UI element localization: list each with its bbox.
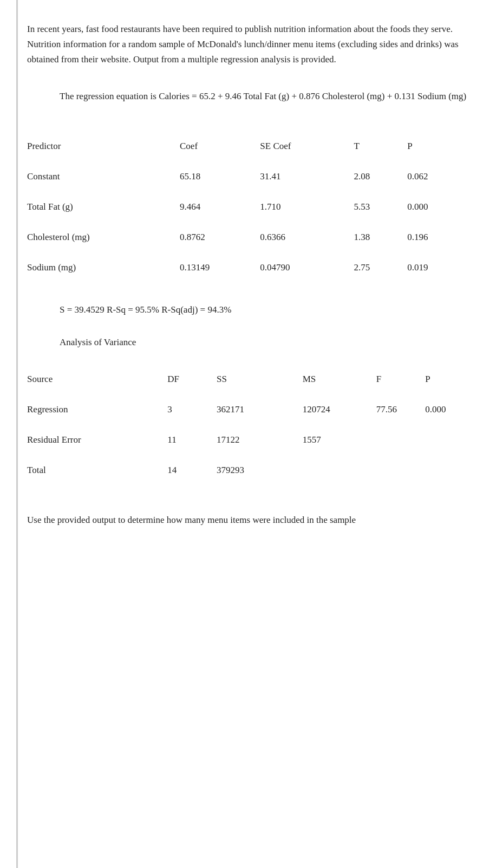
constant-t: 2.08 [348,161,402,192]
table-row: Total Fat (g) 9.464 1.710 5.53 0.000 [27,192,469,222]
total-fat-label: Total Fat (g) [27,192,174,222]
p-col-header-anova: P [420,364,469,394]
residual-error-df: 11 [162,425,211,455]
t-col-header: T [348,131,402,161]
table-row: Constant 65.18 31.41 2.08 0.062 [27,161,469,192]
ss-col-header: SS [211,364,297,394]
predictor-header-row: Predictor Coef SE Coef T P [27,131,469,161]
regression-equation: The regression equation is Calories = 65… [60,89,469,104]
residual-error-f [371,425,420,455]
footer-question: Use the provided output to determine how… [27,513,469,528]
sodium-t: 2.75 [348,252,402,283]
f-col-header: F [371,364,420,394]
cholesterol-se-coef: 0.6366 [254,222,348,252]
regression-ms: 120724 [297,394,371,425]
total-fat-t: 5.53 [348,192,402,222]
left-border-decoration [16,0,18,868]
residual-error-label: Residual Error [27,425,162,455]
total-fat-se-coef: 1.710 [254,192,348,222]
ms-col-header: MS [297,364,371,394]
intro-paragraph: In recent years, fast food restaurants h… [27,22,469,67]
anova-title: Analysis of Variance [60,337,469,348]
table-row: Sodium (mg) 0.13149 0.04790 2.75 0.019 [27,252,469,283]
anova-header-row: Source DF SS MS F P [27,364,469,394]
regression-df: 3 [162,394,211,425]
page: In recent years, fast food restaurants h… [0,0,496,868]
sodium-label: Sodium (mg) [27,252,174,283]
cholesterol-coef: 0.8762 [174,222,254,252]
constant-label: Constant [27,161,174,192]
regression-label: Regression [27,394,162,425]
regression-ss: 362171 [211,394,297,425]
table-row: Regression 3 362171 120724 77.56 0.000 [27,394,469,425]
total-fat-coef: 9.464 [174,192,254,222]
total-ms [297,455,371,485]
total-f [371,455,420,485]
table-row: Total 14 379293 [27,455,469,485]
constant-p: 0.062 [402,161,469,192]
sodium-coef: 0.13149 [174,252,254,283]
cholesterol-t: 1.38 [348,222,402,252]
anova-table: Source DF SS MS F P Regression 3 362171 … [27,364,469,485]
table-row: Residual Error 11 17122 1557 [27,425,469,455]
sodium-p: 0.019 [402,252,469,283]
cholesterol-p: 0.196 [402,222,469,252]
stats-line: S = 39.4529 R-Sq = 95.5% R-Sq(adj) = 94.… [60,305,469,315]
predictor-table: Predictor Coef SE Coef T P Constant 65.1… [27,131,469,283]
residual-error-p [420,425,469,455]
source-col-header: Source [27,364,162,394]
total-label: Total [27,455,162,485]
coef-col-header: Coef [174,131,254,161]
total-df: 14 [162,455,211,485]
residual-error-ss: 17122 [211,425,297,455]
df-col-header: DF [162,364,211,394]
se-coef-col-header: SE Coef [254,131,348,161]
constant-coef: 65.18 [174,161,254,192]
regression-f: 77.56 [371,394,420,425]
total-fat-p: 0.000 [402,192,469,222]
p-col-header: P [402,131,469,161]
residual-error-ms: 1557 [297,425,371,455]
total-p [420,455,469,485]
predictor-col-header: Predictor [27,131,174,161]
sodium-se-coef: 0.04790 [254,252,348,283]
cholesterol-label: Cholesterol (mg) [27,222,174,252]
regression-p: 0.000 [420,394,469,425]
table-row: Cholesterol (mg) 0.8762 0.6366 1.38 0.19… [27,222,469,252]
total-ss: 379293 [211,455,297,485]
constant-se-coef: 31.41 [254,161,348,192]
